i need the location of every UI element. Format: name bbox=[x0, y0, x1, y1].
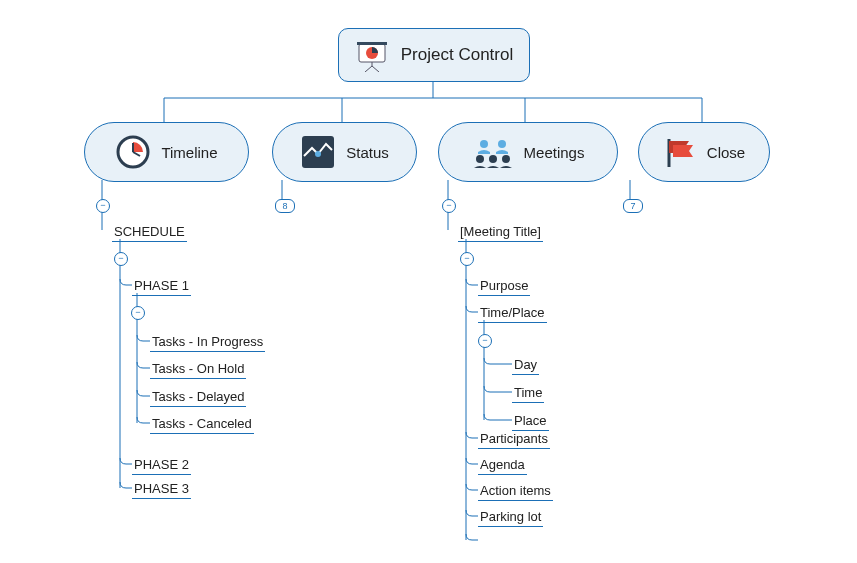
root-label: Project Control bbox=[401, 45, 513, 65]
leaf-day[interactable]: Day bbox=[512, 355, 539, 375]
count-badge[interactable]: 8 bbox=[275, 199, 295, 213]
leaf-meeting-title[interactable]: [Meeting Title] bbox=[458, 222, 543, 242]
category-label: Close bbox=[707, 144, 745, 161]
status-icon bbox=[300, 134, 336, 170]
svg-point-24 bbox=[315, 151, 321, 157]
leaf-timeplace[interactable]: Time/Place bbox=[478, 303, 547, 323]
leaf-phase-2[interactable]: PHASE 2 bbox=[132, 455, 191, 475]
collapse-toggle[interactable]: − bbox=[131, 306, 145, 320]
leaf-action-items[interactable]: Action items bbox=[478, 481, 553, 501]
leaf-task[interactable]: Tasks - Canceled bbox=[150, 414, 254, 434]
clock-icon bbox=[115, 134, 151, 170]
svg-point-27 bbox=[476, 155, 484, 163]
category-meetings[interactable]: Meetings bbox=[438, 122, 618, 182]
category-timeline[interactable]: Timeline bbox=[84, 122, 249, 182]
collapse-toggle[interactable]: − bbox=[478, 334, 492, 348]
leaf-agenda[interactable]: Agenda bbox=[478, 455, 527, 475]
leaf-phase-1[interactable]: PHASE 1 bbox=[132, 276, 191, 296]
category-label: Timeline bbox=[161, 144, 217, 161]
leaf-place[interactable]: Place bbox=[512, 411, 549, 431]
leaf-task[interactable]: Tasks - Delayed bbox=[150, 387, 246, 407]
collapse-toggle[interactable]: − bbox=[460, 252, 474, 266]
category-label: Meetings bbox=[524, 144, 585, 161]
presentation-icon bbox=[355, 38, 389, 72]
svg-rect-19 bbox=[357, 42, 387, 45]
category-close[interactable]: Close bbox=[638, 122, 770, 182]
leaf-parking-lot[interactable]: Parking lot bbox=[478, 507, 543, 527]
svg-point-26 bbox=[498, 140, 506, 148]
root-node[interactable]: Project Control bbox=[338, 28, 530, 82]
svg-point-28 bbox=[489, 155, 497, 163]
flag-icon bbox=[663, 135, 697, 169]
svg-point-25 bbox=[480, 140, 488, 148]
category-status[interactable]: Status bbox=[272, 122, 417, 182]
leaf-task[interactable]: Tasks - In Progress bbox=[150, 332, 265, 352]
count-badge[interactable]: 7 bbox=[623, 199, 643, 213]
collapse-toggle[interactable]: − bbox=[96, 199, 110, 213]
leaf-task[interactable]: Tasks - On Hold bbox=[150, 359, 246, 379]
svg-point-29 bbox=[502, 155, 510, 163]
svg-line-18 bbox=[372, 66, 379, 72]
collapse-toggle[interactable]: − bbox=[442, 199, 456, 213]
connector-lines bbox=[0, 0, 857, 563]
leaf-purpose[interactable]: Purpose bbox=[478, 276, 530, 296]
svg-line-17 bbox=[365, 66, 372, 72]
leaf-participants[interactable]: Participants bbox=[478, 429, 550, 449]
collapse-toggle[interactable]: − bbox=[114, 252, 128, 266]
leaf-phase-3[interactable]: PHASE 3 bbox=[132, 479, 191, 499]
people-icon bbox=[472, 134, 514, 170]
leaf-time[interactable]: Time bbox=[512, 383, 544, 403]
category-label: Status bbox=[346, 144, 389, 161]
leaf-schedule[interactable]: SCHEDULE bbox=[112, 222, 187, 242]
